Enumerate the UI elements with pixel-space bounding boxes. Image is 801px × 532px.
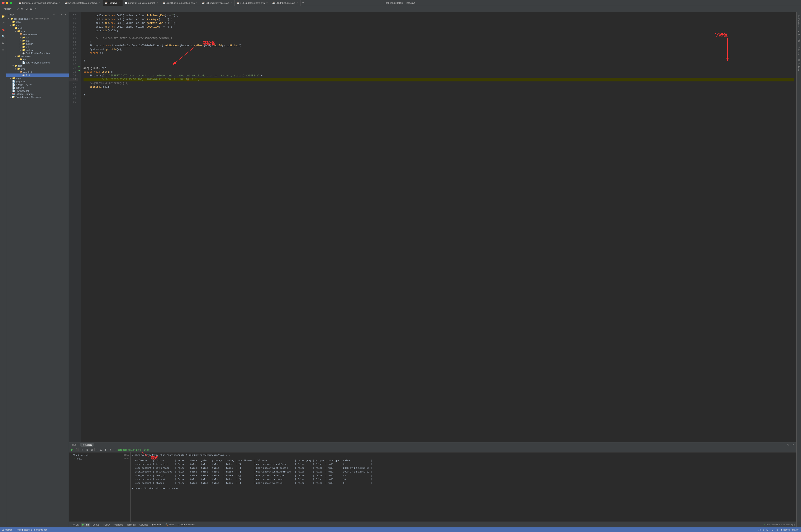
sync-btn[interactable]: ⟳: [16, 7, 19, 11]
tab-sql-update[interactable]: ☕ SQLUpdateSetItem.java ✕: [234, 0, 270, 6]
sidebar-item-find[interactable]: 🔍: [1, 34, 6, 39]
tab-mysql-update[interactable]: ☕ MySqlUpdateStatement.java ✕: [63, 0, 103, 6]
tree-sql[interactable]: ▶ 📁 sql: [6, 36, 69, 39]
tree-gitignore[interactable]: 📄 .gitignore: [6, 80, 69, 83]
tree-support[interactable]: ▶ 📁 support: [6, 42, 69, 45]
tree-com-lala-druid[interactable]: ▼ 📦 com.lala.druid: [6, 33, 69, 36]
panel-sort-btn[interactable]: ↕: [57, 13, 59, 16]
tab-schema-stat[interactable]: ☕ SchemaStatVisitor.java ✕: [200, 0, 234, 6]
panel-collapse-btn[interactable]: ⊟: [60, 13, 63, 16]
toggle-icon: ▶: [20, 37, 22, 39]
tree-resources[interactable]: ▼ 📁 resources: [6, 55, 69, 58]
code-content[interactable]: cells.add(new Cell( value: column.isPrim…: [81, 12, 796, 442]
tree-wall-spi[interactable]: ▶ 📁 wall.spi: [6, 49, 69, 52]
import-btn[interactable]: ⬆: [104, 448, 108, 452]
tree-target[interactable]: ▶ 📁 target: [6, 77, 69, 80]
tree-src[interactable]: ▼ 📁 src: [6, 23, 69, 26]
bottom-close-btn[interactable]: ✕: [792, 443, 795, 446]
tab-druid-exception[interactable]: ☕ DruidRuntimeException.java ✕: [160, 0, 200, 6]
tab-close-icon[interactable]: ✕: [119, 2, 120, 4]
status-lf[interactable]: LF: [766, 529, 769, 531]
tab-schema-resolve[interactable]: ☕ SchemaResolveVisitorFactory.java ✕: [17, 0, 63, 6]
bottom-tab-services[interactable]: Services: [138, 523, 150, 527]
test-tab-label[interactable]: Test.test1: [80, 443, 94, 446]
tree-scratches[interactable]: ▶ 📝 Scratches and Consoles: [6, 95, 69, 98]
tab-close-icon[interactable]: ✕: [156, 2, 158, 4]
expand-all-btn[interactable]: ↕: [95, 448, 98, 452]
tree-stat[interactable]: ▶ 📁 stat: [6, 39, 69, 42]
export-btn[interactable]: ⬇: [108, 448, 112, 452]
status-encoding[interactable]: UTF-8: [771, 529, 778, 531]
panel-settings-btn[interactable]: ⚙: [53, 13, 56, 16]
tests-passed-bottom[interactable]: ✓ Tests passed: 1 (moments ago): [14, 529, 48, 531]
minimize-button[interactable]: [6, 2, 8, 4]
mybatis-sql-btn[interactable]: MyBatis SQL: [797, 29, 801, 44]
bottom-tab-debug[interactable]: Debug: [91, 523, 101, 527]
sidebar-item-commit[interactable]: ⎇: [1, 20, 6, 25]
tree-en[interactable]: ▼ 📁 en: [6, 58, 69, 61]
settings-btn[interactable]: ⚙: [20, 7, 24, 11]
tree-com-test[interactable]: ▼ 📦 com.test: [6, 70, 69, 74]
filter-btn[interactable]: ⊞: [90, 448, 94, 452]
tab-close-icon[interactable]: ✕: [230, 2, 232, 4]
bottom-tab-terminal[interactable]: Terminal: [125, 523, 137, 527]
status-position[interactable]: 74:75: [758, 529, 764, 531]
tree-test-java[interactable]: ▼ 📁 java: [6, 67, 69, 70]
tree-external-libs[interactable]: ▶ 📚 External Libraries: [6, 92, 69, 95]
maximize-button[interactable]: [9, 2, 12, 4]
bottom-tab-run[interactable]: ▶ Run: [81, 522, 91, 527]
close-panel-btn[interactable]: ✕: [34, 7, 37, 11]
test-method-item[interactable]: ✓ test1 84ms: [69, 457, 130, 460]
database-btn[interactable]: Database: [797, 45, 801, 57]
bottom-tab-dependencies[interactable]: ⧉ Dependencies: [176, 522, 196, 527]
rerun-failed-btn[interactable]: ↺: [81, 448, 84, 452]
test-class-item[interactable]: ✓ Test (com.test) 84ms: [69, 453, 130, 457]
bottom-tab-git[interactable]: ⎇ Git: [71, 522, 80, 527]
tree-test[interactable]: ▼ 📁 test: [6, 64, 69, 67]
close-button[interactable]: [2, 2, 5, 4]
rerun-btn[interactable]: ▶: [71, 448, 74, 452]
panel-close-btn[interactable]: ✕: [64, 13, 67, 16]
stop-btn[interactable]: ⬛: [75, 448, 80, 452]
bottom-tab-build[interactable]: 🔨 Build: [164, 522, 176, 527]
tree-main[interactable]: ▼ 📁 main: [6, 26, 69, 30]
bottom-tab-profiler[interactable]: ◆ Profiler: [150, 522, 163, 527]
tree-root[interactable]: ▼ 📁 sql-value-parse ~/git/sql-value-pars…: [6, 17, 69, 20]
rest-services-btn[interactable]: RestServices: [797, 13, 801, 28]
bottom-tab-problems[interactable]: Problems: [112, 523, 125, 527]
tab-close-icon[interactable]: ✕: [99, 2, 101, 4]
more-tabs-button[interactable]: ▼: [301, 1, 305, 5]
tree-druid-exception[interactable]: ☕ DruidRuntimeException: [6, 52, 69, 55]
sort-btn[interactable]: ⇅: [85, 448, 89, 452]
tree-util[interactable]: ▶ 📁 util: [6, 45, 69, 49]
project-dropdown[interactable]: Project ▾: [2, 7, 12, 11]
tab-sql-inlist[interactable]: ☕ SQLInListExpr.java ✕: [270, 0, 301, 6]
tree-idea[interactable]: ▶ 📁 .idea: [6, 20, 69, 23]
sidebar-item-bookmark[interactable]: 🔖: [1, 27, 6, 32]
tree-pom[interactable]: 📄 pom.xml: [6, 86, 69, 89]
status-right-items: 74:75 LF UTF-8 4 spaces master: [758, 529, 799, 531]
tree-encrypt-key[interactable]: 📄 encrypt_key.xml: [6, 83, 69, 86]
tab-close-icon[interactable]: ✕: [196, 2, 198, 4]
sidebar-item-structure[interactable]: ≡: [1, 47, 6, 52]
bottom-tab-todo[interactable]: TODO: [101, 523, 112, 527]
collapse-all-btn[interactable]: ⊟: [99, 448, 103, 452]
tree-test-file[interactable]: ☕ Test: [6, 74, 69, 77]
tab-pom-xml[interactable]: 📄 pom.xml (sql-value-parse) ✕: [123, 0, 160, 6]
notifications-btn[interactable]: Notifications: [797, 58, 801, 72]
git-status-item[interactable]: ⎇ master: [2, 529, 12, 531]
status-indent[interactable]: 4 spaces: [781, 529, 790, 531]
collapse-btn[interactable]: ⊟: [25, 7, 28, 11]
tab-close-icon[interactable]: ✕: [297, 2, 298, 4]
tab-close-icon[interactable]: ✕: [266, 2, 268, 4]
expand-btn[interactable]: ⊞: [29, 7, 33, 11]
sidebar-item-run[interactable]: ▶: [1, 40, 6, 45]
tree-java[interactable]: ▼ 📁 java: [6, 30, 69, 33]
tab-close-icon[interactable]: ✕: [59, 2, 61, 4]
sidebar-item-project[interactable]: 📁: [1, 14, 6, 19]
tree-data-encrypt[interactable]: 📄 data_encrypt.properties: [6, 61, 69, 64]
tab-test-java[interactable]: ☕ Test.java ✕: [103, 0, 123, 6]
bottom-settings-btn[interactable]: ⚙: [787, 443, 790, 446]
folder-icon: 📁: [22, 42, 25, 45]
tree-readme[interactable]: 📄 README.md: [6, 89, 69, 92]
